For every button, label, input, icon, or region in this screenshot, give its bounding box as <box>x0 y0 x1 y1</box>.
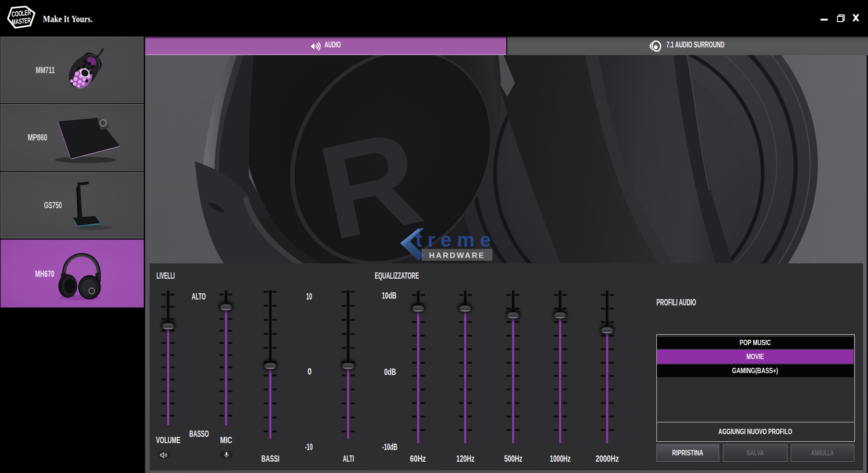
svg-text:MASTER: MASTER <box>12 16 31 26</box>
svg-text:HARDWARE: HARDWARE <box>429 251 485 260</box>
